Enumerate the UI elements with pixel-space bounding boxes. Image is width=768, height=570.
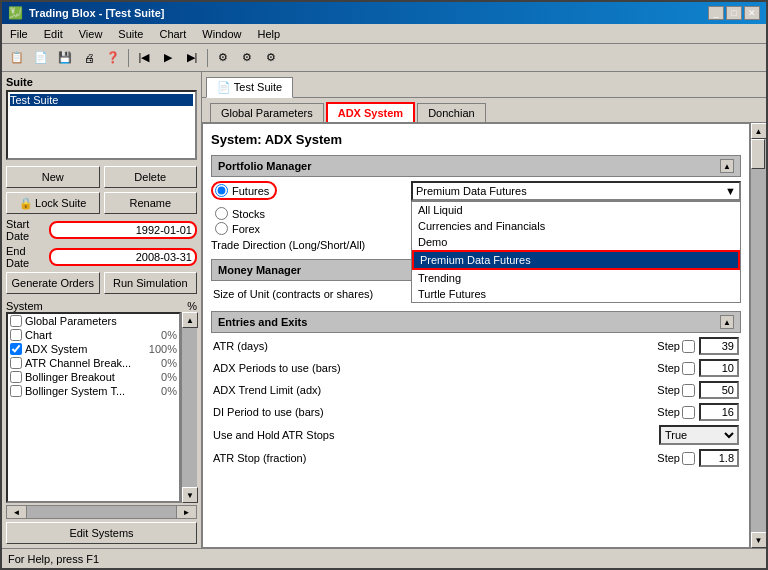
system-label: System xyxy=(6,300,43,312)
sys-hscroll-left[interactable]: ◄ xyxy=(7,506,27,518)
portfolio-dropdown[interactable]: Premium Data Futures ▼ xyxy=(411,181,741,201)
sys-item-global[interactable]: Global Parameters xyxy=(8,314,179,328)
minimize-button[interactable]: _ xyxy=(708,6,724,20)
adx-trend-input[interactable] xyxy=(699,381,739,399)
toolbar-back[interactable]: |◀ xyxy=(133,47,155,69)
system-panel: System % Global Parameters Chart 0% xyxy=(6,300,197,544)
dropdown-col: Premium Data Futures ▼ All Liquid Curren… xyxy=(411,181,741,203)
sys-item-atr[interactable]: ATR Channel Break... 0% xyxy=(8,356,179,370)
suite-item-testsuite[interactable]: Test Suite xyxy=(10,94,193,106)
toolbar-new[interactable]: 📄 xyxy=(30,47,52,69)
toolbar-opt3[interactable]: ⚙ xyxy=(260,47,282,69)
tab-test-suite[interactable]: 📄 Test Suite xyxy=(206,77,293,98)
sys-scroll-down[interactable]: ▼ xyxy=(182,487,198,503)
option-trending[interactable]: Trending xyxy=(412,270,740,286)
sys-check-global[interactable] xyxy=(10,315,22,327)
stocks-label[interactable]: Stocks xyxy=(215,207,265,220)
di-step-label: Step xyxy=(657,406,695,419)
toolbar-opt1[interactable]: ⚙ xyxy=(212,47,234,69)
pct-label: % xyxy=(187,300,197,312)
sys-item-bollinger[interactable]: Bollinger Breakout 0% xyxy=(8,370,179,384)
option-all-liquid[interactable]: All Liquid xyxy=(412,202,740,218)
dropdown-list: All Liquid Currencies and Financials Dem… xyxy=(411,201,741,303)
menu-suite[interactable]: Suite xyxy=(114,26,147,42)
end-date-input[interactable] xyxy=(49,248,197,266)
option-premium[interactable]: Premium Data Futures xyxy=(412,250,740,270)
toolbar-sep-1 xyxy=(128,49,129,67)
run-simulation-button[interactable]: Run Simulation xyxy=(104,272,198,294)
edit-systems-button[interactable]: Edit Systems xyxy=(6,522,197,544)
toolbar-help[interactable]: ❓ xyxy=(102,47,124,69)
tab-icon: 📄 xyxy=(217,81,231,93)
adx-trend-step-label: Step xyxy=(657,384,695,397)
lock-suite-button[interactable]: 🔒 Lock Suite xyxy=(6,192,100,214)
sys-hscroll-right[interactable]: ► xyxy=(176,506,196,518)
menu-edit[interactable]: Edit xyxy=(40,26,67,42)
toolbar-forward[interactable]: ▶| xyxy=(181,47,203,69)
ee-scroll-btn[interactable]: ▲ xyxy=(720,315,734,329)
sys-check-chart[interactable] xyxy=(10,329,22,341)
atr-stop-input[interactable] xyxy=(699,449,739,467)
sys-check-adx[interactable] xyxy=(10,343,22,355)
scroll-thumb[interactable] xyxy=(751,139,765,169)
new-button[interactable]: New xyxy=(6,166,100,188)
option-currencies[interactable]: Currencies and Financials xyxy=(412,218,740,234)
toolbar-play[interactable]: ▶ xyxy=(157,47,179,69)
sys-check-atr[interactable] xyxy=(10,357,22,369)
menu-file[interactable]: File xyxy=(6,26,32,42)
option-turtle[interactable]: Turtle Futures xyxy=(412,286,740,302)
sys-item-chart[interactable]: Chart 0% xyxy=(8,328,179,342)
start-date-input[interactable] xyxy=(49,221,197,239)
option-demo[interactable]: Demo xyxy=(412,234,740,250)
adx-periods-step-check[interactable] xyxy=(682,362,695,375)
suite-btn-row: New Delete xyxy=(6,166,197,188)
tab-global-parameters[interactable]: Global Parameters xyxy=(210,103,324,122)
menu-help[interactable]: Help xyxy=(253,26,284,42)
window-controls[interactable]: _ □ ✕ xyxy=(708,6,760,20)
toolbar-opt2[interactable]: ⚙ xyxy=(236,47,258,69)
sys-scroll-up[interactable]: ▲ xyxy=(182,312,198,328)
futures-radio[interactable] xyxy=(215,184,228,197)
di-period-row: DI Period to use (bars) Step xyxy=(211,403,741,421)
start-date-row: Start Date xyxy=(6,218,197,242)
delete-button[interactable]: Delete xyxy=(104,166,198,188)
adx-periods-input[interactable] xyxy=(699,359,739,377)
title-bar: 💹 Trading Blox - [Test Suite] _ □ ✕ xyxy=(2,2,766,24)
forex-label[interactable]: Forex xyxy=(215,222,260,235)
content-area: System: ADX System Portfolio Manager ▲ xyxy=(202,123,750,548)
atr-stop-step-check[interactable] xyxy=(682,452,695,465)
futures-label[interactable]: Futures xyxy=(211,181,411,200)
lock-btn-row: 🔒 Lock Suite Rename xyxy=(6,192,197,214)
tab-adx-system[interactable]: ADX System xyxy=(326,102,415,122)
toolbar-copy[interactable]: 📋 xyxy=(6,47,28,69)
sys-check-bollinger[interactable] xyxy=(10,371,22,383)
toolbar-save[interactable]: 💾 xyxy=(54,47,76,69)
atr-days-input[interactable] xyxy=(699,337,739,355)
stocks-radio[interactable] xyxy=(215,207,228,220)
sys-item-adx[interactable]: ADX System 100% xyxy=(8,342,179,356)
di-step-check[interactable] xyxy=(682,406,695,419)
pm-scroll-btn[interactable]: ▲ xyxy=(720,159,734,173)
forex-radio[interactable] xyxy=(215,222,228,235)
rename-button[interactable]: Rename xyxy=(104,192,198,214)
system-header: System % xyxy=(6,300,197,312)
menu-chart[interactable]: Chart xyxy=(155,26,190,42)
maximize-button[interactable]: □ xyxy=(726,6,742,20)
menu-view[interactable]: View xyxy=(75,26,107,42)
tab-donchian[interactable]: Donchian xyxy=(417,103,485,122)
content-scroll-down[interactable]: ▼ xyxy=(751,532,767,548)
entries-exits-section: Entries and Exits ▲ ATR (days) Step ADX … xyxy=(211,311,741,467)
toolbar-sep-2 xyxy=(207,49,208,67)
use-hold-atr-select[interactable]: True False xyxy=(659,425,739,445)
sys-check-bollinger2[interactable] xyxy=(10,385,22,397)
generate-orders-button[interactable]: Generate Orders xyxy=(6,272,100,294)
suite-box: Test Suite xyxy=(6,90,197,160)
atr-step-check[interactable] xyxy=(682,340,695,353)
close-button[interactable]: ✕ xyxy=(744,6,760,20)
di-period-input[interactable] xyxy=(699,403,739,421)
menu-window[interactable]: Window xyxy=(198,26,245,42)
adx-trend-step-check[interactable] xyxy=(682,384,695,397)
content-scroll-up[interactable]: ▲ xyxy=(751,123,767,139)
toolbar-print[interactable]: 🖨 xyxy=(78,47,100,69)
sys-item-bollinger2[interactable]: Bollinger System T... 0% xyxy=(8,384,179,398)
